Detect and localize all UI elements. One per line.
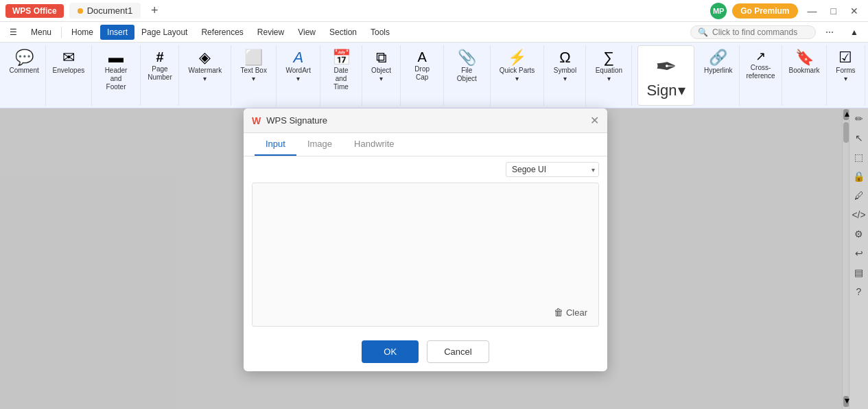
ribbon-group-file-object: 📎 File Object [444,45,491,106]
doc-name: Document1 [87,5,132,16]
new-tab-button[interactable]: + [146,3,163,19]
ribbon-drop-cap[interactable]: A Drop Cap [405,48,439,84]
tab-input[interactable]: Input [255,133,296,156]
cancel-button[interactable]: Cancel [427,340,489,363]
modal-overlay: W WPS Signature ✕ Input Image Handwrite … [0,108,868,409]
drop-cap-icon: A [418,50,427,64]
file-object-icon: 📎 [458,50,476,65]
ok-button[interactable]: OK [362,340,419,363]
comment-label: Comment [9,67,38,75]
menu-references[interactable]: References [194,25,250,40]
symbol-icon: Ω [559,50,570,65]
clear-icon: 🗑 [554,307,563,318]
ribbon-symbol[interactable]: Ω Symbol ▾ [548,48,581,85]
ribbon-group-date-time: 📅 Date andTime [320,45,362,106]
menu-tools[interactable]: Tools [364,25,397,40]
quick-parts-label: Quick Parts ▾ [497,67,537,83]
title-bar-left: WPS Office Document1 + [5,3,163,19]
page-number-label: PageNumber [148,65,172,82]
ribbon-bookmark[interactable]: 🔖 Bookmark [786,48,823,77]
ribbon-wordart[interactable]: A WordArt ▾ [281,48,316,85]
ribbon-text-box[interactable]: ⬜ Text Box ▾ [235,48,272,85]
toolbar-more[interactable]: ⋯ [819,25,841,40]
comment-icon: 💬 [15,50,34,65]
toolbar-collapse[interactable]: ▲ [843,25,865,40]
ribbon-comment[interactable]: 💬 Comment [6,48,41,77]
page-number-icon: # [156,50,163,64]
ribbon-forms[interactable]: ☑ Forms ▾ [830,48,860,85]
document-tab[interactable]: Document1 [69,3,141,19]
ribbon-group-quick-parts: ⚡ Quick Parts ▾ [491,45,545,106]
menu-view[interactable]: View [291,25,322,40]
cross-ref-label: Cross-reference [746,64,775,80]
minimize-button[interactable]: — [804,5,821,16]
header-footer-icon: ▬ [108,50,124,65]
menu-insert[interactable]: Insert [100,25,134,40]
signature-dialog: W WPS Signature ✕ Input Image Handwrite … [244,108,607,371]
search-box[interactable]: 🔍 [690,25,816,39]
forms-label: Forms ▾ [833,67,858,83]
ribbon-date-time[interactable]: 📅 Date andTime [325,48,357,93]
menu-icon[interactable]: ☰ [3,25,24,40]
watermark-label: Watermark ▾ [186,67,224,83]
font-select-wrapper: Segoe UI Arial Times New Roman Cursive ▾ [506,162,599,177]
wps-office-button[interactable]: WPS Office [5,4,64,18]
envelopes-icon: ✉ [62,50,75,65]
menu-pagelayout[interactable]: Page Layout [134,25,194,40]
date-time-icon: 📅 [332,50,351,65]
font-select[interactable]: Segoe UI Arial Times New Roman Cursive [506,162,599,177]
text-box-icon: ⬜ [244,50,263,65]
ribbon-header-footer[interactable]: ▬ Header andFooter [96,48,137,93]
dialog-wps-icon: W [252,115,261,126]
unsaved-dot [78,8,83,14]
equation-icon: ∑ [604,50,615,65]
tab-image[interactable]: Image [296,133,343,156]
search-input[interactable] [712,27,808,37]
wordart-label: WordArt ▾ [283,67,313,83]
ribbon-group-comment: 💬 Comment [3,45,46,106]
object-icon: ⧉ [376,50,387,65]
menu-home[interactable]: Home [64,25,100,40]
ribbon-watermark[interactable]: ◈ Watermark ▾ [183,48,226,85]
sign-panel[interactable]: ✒ Sign ▾ [637,45,694,106]
go-premium-button[interactable]: Go Premium [732,3,797,19]
dialog-close-button[interactable]: ✕ [590,114,599,127]
menu-review[interactable]: Review [250,25,291,40]
dialog-title: WPS Signature [266,115,585,126]
ribbon-envelopes[interactable]: ✉ Envelopes [50,48,88,77]
clear-button[interactable]: 🗑 Clear [547,303,594,322]
ribbon-page-number[interactable]: # PageNumber [145,48,175,84]
ribbon-quick-parts[interactable]: ⚡ Quick Parts ▾ [495,48,540,85]
bookmark-label: Bookmark [789,67,820,75]
ribbon-group-bookmark: 🔖 Bookmark [782,45,827,106]
bookmark-icon: 🔖 [795,50,814,65]
ribbon-group-page-number: # PageNumber [141,45,179,106]
equation-label: Equation ▾ [593,67,624,83]
object-label: Object ▾ [369,67,394,83]
ribbon-file-object[interactable]: 📎 File Object [448,48,486,85]
envelopes-label: Envelopes [53,67,85,75]
ribbon-object[interactable]: ⧉ Object ▾ [366,48,397,85]
ribbon-group-drop-cap: A Drop Cap [401,45,444,106]
ribbon-equation[interactable]: ∑ Equation ▾ [590,48,627,85]
signature-canvas[interactable]: 🗑 Clear [252,183,599,327]
maximize-button[interactable]: □ [827,5,841,16]
menu-section[interactable]: Section [322,25,364,40]
close-button[interactable]: ✕ [846,5,863,16]
menu-label[interactable]: Menu [24,25,58,40]
dialog-title-bar: W WPS Signature ✕ [244,108,607,133]
ribbon: 💬 Comment ✉ Envelopes ▬ Header andFooter… [0,43,868,108]
text-box-label: Text Box ▾ [238,67,269,83]
sign-label: Sign ▾ [646,82,685,100]
search-icon: 🔍 [698,27,708,37]
sign-icon: ✒ [655,51,677,82]
profile-avatar[interactable]: MP [710,3,727,19]
tab-handwrite[interactable]: Handwrite [343,133,406,156]
menu-bar: ☰ Menu Home Insert Page Layout Reference… [0,22,868,43]
title-bar-right: MP Go Premium — □ ✕ [710,3,863,19]
ribbon-group-watermark: ◈ Watermark ▾ [179,45,231,106]
font-row: Segoe UI Arial Times New Roman Cursive ▾ [244,156,607,177]
forms-icon: ☑ [838,50,852,65]
ribbon-cross-ref[interactable]: ↗ Cross-reference [743,48,777,82]
ribbon-hyperlink[interactable]: 🔗 Hyperlink [701,48,736,77]
